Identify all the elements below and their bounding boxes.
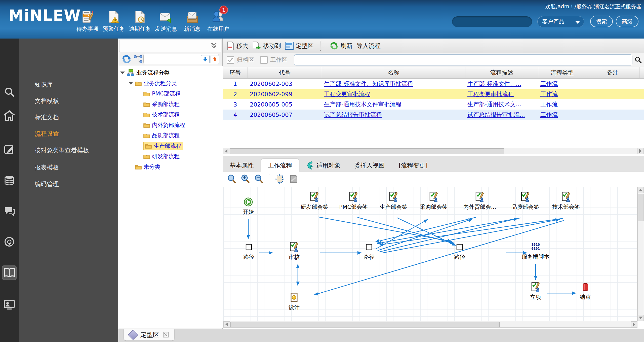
workzone-checkbox[interactable] <box>260 56 268 64</box>
nav-online[interactable]: 在线用户1 <box>205 9 231 33</box>
workflow-canvas[interactable]: 开始研发部会签PMC部会签生产部会签采购部会签内外贸部会...品质部会签技术部会… <box>223 187 637 321</box>
table-row[interactable]: 420200605-007试产总结报告审批流程试产总结报告审批流...工作流 <box>223 110 644 120</box>
menu-item-4[interactable]: 按对象类型查看模板 <box>19 145 118 155</box>
rail-chat-icon[interactable] <box>2 204 17 218</box>
nav-newmsg[interactable]: 新消息 <box>179 9 205 33</box>
tab-适用对象[interactable]: 适用对象 <box>299 159 347 172</box>
column-header-发[interactable]: 发 <box>639 67 644 78</box>
tree-collapse-bar[interactable] <box>119 40 221 52</box>
rail-search-icon[interactable] <box>2 85 17 99</box>
zoom-reset-icon[interactable] <box>227 174 236 184</box>
nav-warning[interactable]: 预警任务 <box>101 9 127 33</box>
column-header-备注[interactable]: 备注 <box>586 67 639 78</box>
scroll-up-arrow[interactable] <box>638 187 644 193</box>
workflow-node-end[interactable]: 结束 <box>567 281 604 301</box>
scroll-left-arrow[interactable] <box>223 321 230 327</box>
tree-expand-arrow[interactable] <box>129 82 133 85</box>
fixed-zone-button[interactable]: 定型区 <box>285 42 314 50</box>
menu-item-2[interactable]: 标准文档 <box>19 112 118 122</box>
cell-name[interactable]: 试产总结报告审批流程 <box>322 111 465 119</box>
tab-流程变更[interactable]: [流程变更] <box>392 159 435 172</box>
workflow-node-lixiang[interactable]: 立项 <box>517 281 554 301</box>
scroll-left-arrow[interactable] <box>223 148 229 154</box>
search-icon[interactable] <box>634 56 642 64</box>
workflow-node-path1[interactable]: 路径 <box>230 241 268 261</box>
tab-基本属性[interactable]: 基本属性 <box>223 159 261 172</box>
tree-item-PMC部流程[interactable]: PMC部流程 <box>137 89 181 98</box>
column-header-名称[interactable]: 名称 <box>322 67 465 78</box>
zoom-out-icon[interactable] <box>254 174 263 184</box>
tree-expand-arrow[interactable] <box>120 72 125 74</box>
tree-item-品质部流程[interactable]: 品质部流程 <box>137 131 180 140</box>
scroll-right-arrow[interactable] <box>631 321 637 327</box>
workflow-node-sign-tech[interactable]: 技术部会签 <box>547 191 585 211</box>
rail-book-icon[interactable] <box>2 265 17 280</box>
table-search-input[interactable] <box>294 54 632 65</box>
tab-委托人视图[interactable]: 委托人视图 <box>347 159 392 172</box>
menu-item-6[interactable]: 编码管理 <box>19 179 118 189</box>
menu-item-3[interactable]: 流程设置 <box>19 129 118 139</box>
rail-home-icon[interactable] <box>2 108 17 123</box>
fit-page-icon[interactable] <box>275 174 285 184</box>
workflow-node-script[interactable]: 10100101服务端脚本 <box>517 241 554 261</box>
tree-item-未分类[interactable]: 未分类 <box>129 162 160 172</box>
cell-name[interactable]: 工程变更审批流程 <box>322 90 465 98</box>
advanced-button[interactable]: 高级 <box>616 16 638 27</box>
refresh-button[interactable]: 刷新 <box>330 42 352 50</box>
print-icon[interactable] <box>289 175 298 184</box>
tree-refresh-icon[interactable] <box>122 55 131 64</box>
tree-structure-icon[interactable] <box>134 55 142 63</box>
workflow-node-sign-purch[interactable]: 采购部会签 <box>415 191 453 211</box>
tree-item-采购部流程[interactable]: 采购部流程 <box>137 99 180 109</box>
workflow-node-start[interactable]: 开始 <box>229 196 267 216</box>
column-header-代号[interactable]: 代号 <box>248 67 322 78</box>
workflow-node-sign-prod[interactable]: 生产部会签 <box>375 191 412 211</box>
scroll-thumb[interactable] <box>230 322 500 327</box>
menu-item-0[interactable]: 知识库 <box>19 80 118 90</box>
scroll-thumb[interactable] <box>638 194 643 221</box>
workflow-node-audit[interactable]: 审核 <box>275 241 313 261</box>
menu-item-5[interactable]: 报表模板 <box>19 162 118 173</box>
tree-item-业务流程分类[interactable]: 业务流程分类 <box>120 68 170 78</box>
tree-item-生产部流程[interactable]: 生产部流程 <box>137 141 183 151</box>
table-h-scrollbar[interactable] <box>223 148 644 154</box>
nav-overdue[interactable]: 逾期任务 <box>127 9 153 33</box>
canvas-v-scrollbar[interactable] <box>637 187 644 321</box>
workflow-node-sign-rnd[interactable]: 研发部会签 <box>296 191 333 211</box>
rail-headset-icon[interactable] <box>2 234 17 249</box>
cell-name[interactable]: 生产部-标准文件、知识库审批流程 <box>322 80 465 88</box>
tree-item-业务流程分类[interactable]: 业务流程分类 <box>129 79 177 88</box>
move-to-button[interactable]: 移动到 <box>252 42 281 50</box>
tab-工作流程[interactable]: 工作流程 <box>261 159 299 172</box>
column-header-序号[interactable]: 序号 <box>223 67 248 78</box>
remove-button[interactable]: 移去 <box>227 42 248 50</box>
workflow-node-sign-trade[interactable]: 内外贸部会... <box>461 191 499 211</box>
workflow-node-path3[interactable]: 路径 <box>441 241 478 261</box>
import-flow-button[interactable]: 导入流程 <box>356 42 381 50</box>
workflow-node-path2[interactable]: 路径 <box>350 241 388 261</box>
scroll-right-arrow[interactable] <box>637 148 644 154</box>
header-search-input[interactable] <box>452 16 532 27</box>
tree-filter-up-button[interactable] <box>211 55 219 63</box>
workflow-node-design[interactable]: 设计 <box>275 292 313 311</box>
column-header-流程类型[interactable]: 流程类型 <box>538 67 586 78</box>
menu-item-1[interactable]: 文档模板 <box>19 96 118 106</box>
tree-item-研发部流程[interactable]: 研发部流程 <box>137 152 180 161</box>
workflow-node-sign-pmc[interactable]: PMC部会签 <box>335 191 372 211</box>
archive-checkbox[interactable] <box>227 56 234 64</box>
rail-database-icon[interactable] <box>2 174 17 188</box>
tree-item-技术部流程[interactable]: 技术部流程 <box>137 110 180 119</box>
fixed-zone-tab[interactable]: 定型区 <box>124 329 174 340</box>
table-row[interactable]: 320200605-005生产部-通用技术文件审批流程生产部-通用技术文...工… <box>223 99 644 110</box>
rail-monitor-user-icon[interactable] <box>2 297 17 312</box>
tree-item-内外贸部流程[interactable]: 内外贸部流程 <box>137 120 185 130</box>
nav-todo[interactable]: 待办事项 <box>74 9 101 33</box>
tree-filter-down-button[interactable] <box>201 55 210 63</box>
table-row[interactable]: 220200602-099工程变更审批流程工程变更审批流程工作流 <box>223 89 644 99</box>
search-button[interactable]: 搜索 <box>590 16 613 27</box>
cell-name[interactable]: 生产部-通用技术文件审批流程 <box>322 100 465 108</box>
table-row[interactable]: 120200602-003生产部-标准文件、知识库审批流程生产部-标准文件、..… <box>223 79 644 89</box>
scope-dropdown[interactable]: 客户产品 <box>537 16 584 27</box>
scroll-down-arrow[interactable] <box>638 315 644 321</box>
canvas-h-scrollbar[interactable] <box>223 321 637 328</box>
